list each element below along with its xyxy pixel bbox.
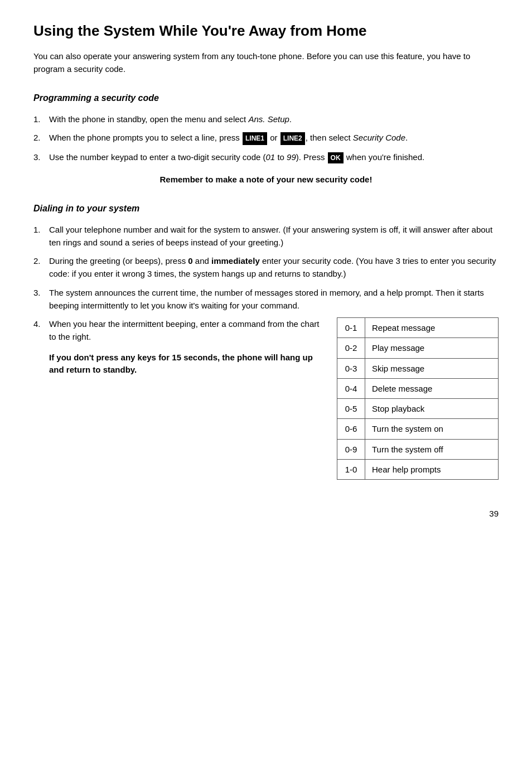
step-number: 3. xyxy=(33,151,49,163)
list-item: 2. During the greeting (or beeps), press… xyxy=(33,254,499,281)
warning-text: If you don't press any keys for 15 secon… xyxy=(49,351,320,377)
command-action: Turn the system on xyxy=(365,419,499,439)
section-programming: Programming a security code 1. With the … xyxy=(33,91,499,186)
step-content: Use the number keypad to enter a two-dig… xyxy=(49,151,499,164)
step-content: When you hear the intermittent beeping, … xyxy=(49,319,319,341)
command-code: 0-4 xyxy=(337,378,365,398)
left-column: When you hear the intermittent beeping, … xyxy=(49,317,320,377)
italic-text: Ans. Setup xyxy=(248,114,289,124)
list-item: 3. Use the number keypad to enter a two-… xyxy=(33,151,499,164)
step-content: Call your telephone number and wait for … xyxy=(49,223,499,249)
step-number: 2. xyxy=(33,131,49,144)
command-code: 0-3 xyxy=(337,358,365,378)
command-code: 1-0 xyxy=(337,459,365,479)
ok-badge: OK xyxy=(328,152,344,164)
command-code: 0-2 xyxy=(337,338,365,358)
intro-text: You can also operate your answering syst… xyxy=(33,50,499,76)
section2-heading: Dialing in to your system xyxy=(33,202,499,215)
step-number: 1. xyxy=(33,223,49,236)
command-section: When you hear the intermittent beeping, … xyxy=(49,317,499,480)
table-row: 0-9Turn the system off xyxy=(337,439,499,459)
command-action: Play message xyxy=(365,338,499,358)
command-code: 0-9 xyxy=(337,439,365,459)
page-number: 39 xyxy=(33,508,499,520)
section-dialing: Dialing in to your system 1. Call your t… xyxy=(33,202,499,486)
table-row: 0-6Turn the system on xyxy=(337,419,499,439)
bold-immediately: immediately xyxy=(211,256,260,266)
list-item: 1. With the phone in standby, open the m… xyxy=(33,113,499,126)
command-action: Repeat message xyxy=(365,318,499,338)
step-content: During the greeting (or beeps), press 0 … xyxy=(49,254,499,281)
table-row: 0-2Play message xyxy=(337,338,499,358)
step-content: The system announces the current time, t… xyxy=(49,286,499,312)
step-number: 2. xyxy=(33,254,49,267)
command-action: Delete message xyxy=(365,378,499,398)
step-number: 1. xyxy=(33,113,49,126)
line2-badge: LINE2 xyxy=(280,132,305,145)
command-action: Skip message xyxy=(365,358,499,378)
list-item: 3. The system announces the current time… xyxy=(33,286,499,312)
command-code: 0-1 xyxy=(337,318,365,338)
italic-text: Security Code xyxy=(353,133,405,142)
step-content: With the phone in standby, open the menu… xyxy=(49,113,499,126)
section1-heading: Programming a security code xyxy=(33,91,499,105)
italic-text: 01 xyxy=(266,152,275,162)
bold-zero: 0 xyxy=(188,256,192,266)
step-number: 3. xyxy=(33,286,49,299)
section1-steps: 1. With the phone in standby, open the m… xyxy=(33,113,499,163)
security-note: Remember to make a note of your new secu… xyxy=(33,173,499,186)
section2-steps: 1. Call your telephone number and wait f… xyxy=(33,223,499,486)
list-item: 4. When you hear the intermittent beepin… xyxy=(33,317,499,485)
command-action: Turn the system off xyxy=(365,439,499,459)
command-code: 0-6 xyxy=(337,419,365,439)
table-row: 0-5Stop playback xyxy=(337,399,499,419)
command-table-container: 0-1Repeat message0-2Play message0-3Skip … xyxy=(337,317,499,480)
line1-badge: LINE1 xyxy=(243,132,267,145)
step-number: 4. xyxy=(33,317,49,330)
command-action: Stop playback xyxy=(365,399,499,419)
table-row: 0-4Delete message xyxy=(337,378,499,398)
table-row: 0-1Repeat message xyxy=(337,318,499,338)
command-code: 0-5 xyxy=(337,399,365,419)
italic-text: 99 xyxy=(287,152,296,162)
step-content: When the phone prompts you to select a l… xyxy=(49,131,499,145)
list-item: 1. Call your telephone number and wait f… xyxy=(33,223,499,249)
table-row: 1-0Hear help prompts xyxy=(337,459,499,479)
command-action: Hear help prompts xyxy=(365,459,499,479)
table-row: 0-3Skip message xyxy=(337,358,499,378)
command-table: 0-1Repeat message0-2Play message0-3Skip … xyxy=(337,317,499,480)
list-item: 2. When the phone prompts you to select … xyxy=(33,131,499,145)
page-title: Using the System While You're Away from … xyxy=(33,22,499,40)
